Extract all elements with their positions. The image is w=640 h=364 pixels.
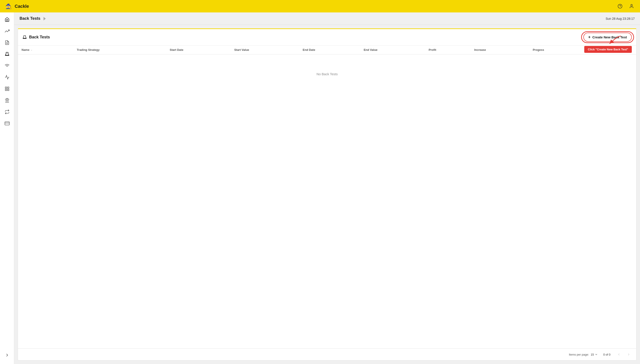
chevron-down-icon — [595, 353, 598, 356]
table-container: Name ↓ Trading Strategy Start Date — [18, 46, 636, 348]
pagination-info: 0 of 0 — [603, 353, 610, 356]
empty-state-row: No Back Tests — [18, 54, 636, 94]
per-page-value: 15 — [591, 353, 594, 356]
credit-card-icon — [5, 121, 10, 126]
home-icon — [5, 17, 10, 22]
chevron-right-icon — [5, 353, 10, 358]
svg-marker-17 — [5, 98, 9, 100]
profile-button[interactable] — [627, 2, 635, 10]
per-page-select[interactable]: 15 — [591, 353, 598, 356]
app-name: Cackle — [15, 4, 29, 9]
pagination-prev-button[interactable] — [616, 351, 622, 358]
bank-icon — [5, 98, 10, 103]
user-icon — [629, 4, 634, 9]
plus-icon: + — [588, 35, 591, 40]
table-body: No Back Tests — [18, 54, 636, 94]
col-end-date: End Date — [299, 46, 360, 54]
flask-icon — [5, 52, 10, 56]
svg-point-4 — [631, 4, 632, 6]
sidebar-item-document[interactable] — [2, 37, 13, 48]
svg-rect-9 — [7, 87, 9, 88]
logo-icon: 🧙 — [5, 2, 13, 10]
sidebar-item-performance[interactable] — [2, 72, 13, 82]
nav-brand: 🧙 Cackle — [5, 2, 29, 10]
tooltip-container: Click "Create New Back Test" — [584, 46, 632, 53]
svg-text:🧙: 🧙 — [6, 3, 12, 9]
sidebar-expand-button[interactable] — [2, 350, 13, 360]
chevron-right-icon — [627, 353, 630, 356]
empty-state: No Back Tests — [18, 54, 636, 94]
create-button-wrapper: + Create New Back Test — [583, 33, 632, 42]
svg-rect-11 — [5, 89, 7, 90]
main-content: Back Tests + Create New Back Test — [14, 25, 640, 364]
activity-icon — [5, 75, 10, 80]
svg-rect-8 — [5, 87, 7, 88]
col-profit: Profit — [425, 46, 471, 54]
top-navigation: 🧙 Cackle — [0, 0, 640, 12]
page-datetime: Sun 28 Aug 23:28:17 — [605, 17, 635, 20]
sidebar-item-trend[interactable] — [2, 26, 13, 36]
nav-actions — [616, 2, 635, 10]
backtests-title-icon — [23, 35, 27, 40]
page-header: Back Tests Sun 28 Aug 23:28:17 — [14, 12, 640, 25]
help-icon — [617, 4, 622, 9]
file-icon — [5, 40, 10, 45]
transfer-icon — [5, 110, 10, 114]
sidebar-item-backtests[interactable] — [2, 49, 13, 60]
col-progress: Progess — [529, 46, 587, 54]
help-button[interactable] — [616, 2, 624, 10]
grid-icon — [5, 86, 10, 91]
chevron-left-icon — [617, 353, 621, 356]
sidebar-item-transfer[interactable] — [2, 106, 13, 117]
col-increase: Increase — [471, 46, 529, 54]
col-start-value: Start Value — [231, 46, 299, 54]
sidebar — [0, 12, 14, 364]
items-per-page-control: Items per page: 15 — [569, 353, 598, 356]
wifi-icon — [5, 63, 10, 68]
sidebar-item-bank[interactable] — [2, 95, 13, 106]
sidebar-item-card[interactable] — [2, 118, 13, 129]
content-area: Back Tests Sun 28 Aug 23:28:17 Back Test… — [14, 12, 640, 364]
col-trading-strategy: Trading Strategy — [73, 46, 166, 54]
col-start-date: Start Date — [166, 46, 231, 54]
card-footer: Items per page: 15 0 of 0 — [18, 348, 636, 360]
trending-icon — [5, 29, 10, 34]
sort-icon: ↓ — [31, 49, 32, 51]
sidebar-item-grid[interactable] — [2, 84, 13, 94]
card-header: Back Tests + Create New Back Test — [18, 29, 636, 46]
pagination-next-button[interactable] — [625, 351, 632, 358]
col-end-value: End Value — [360, 46, 425, 54]
backtests-card: Back Tests + Create New Back Test — [18, 28, 636, 360]
items-per-page-label: Items per page: — [569, 353, 589, 356]
table-header: Name ↓ Trading Strategy Start Date — [18, 46, 636, 54]
svg-rect-10 — [7, 89, 9, 90]
page-title: Back Tests — [20, 16, 46, 21]
backtests-table: Name ↓ Trading Strategy Start Date — [18, 46, 636, 94]
create-backtest-button[interactable]: + Create New Back Test — [583, 33, 632, 42]
sidebar-item-home[interactable] — [2, 14, 13, 25]
sidebar-item-signals[interactable] — [2, 60, 13, 71]
card-title: Back Tests — [23, 35, 50, 40]
col-name[interactable]: Name ↓ — [18, 46, 73, 54]
tooltip-label: Click "Create New Back Test" — [584, 46, 632, 53]
svg-rect-18 — [5, 122, 9, 125]
